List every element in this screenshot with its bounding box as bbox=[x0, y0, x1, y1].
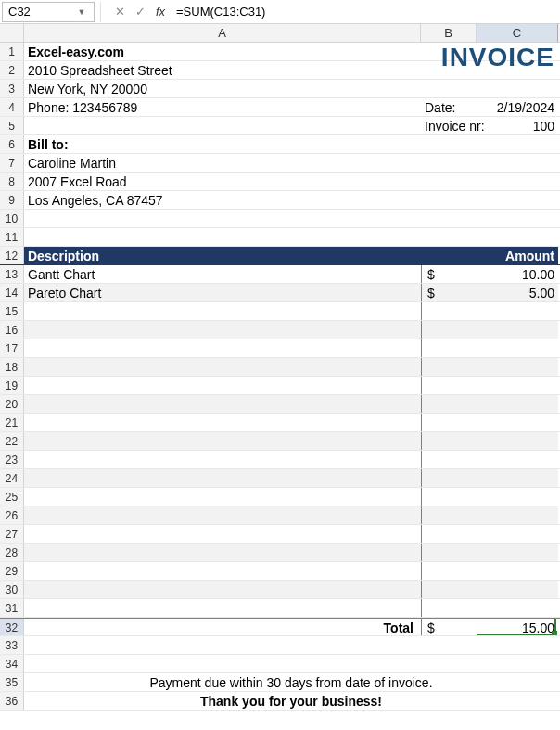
column-header-A[interactable]: A bbox=[24, 24, 421, 42]
item-description[interactable] bbox=[24, 302, 421, 320]
item-symbol-cell[interactable] bbox=[421, 562, 477, 580]
cell[interactable] bbox=[421, 655, 477, 672]
item-description[interactable] bbox=[24, 358, 421, 376]
item-amount[interactable] bbox=[477, 395, 558, 413]
row-header[interactable]: 1 bbox=[0, 43, 24, 60]
item-symbol-cell[interactable] bbox=[421, 395, 477, 413]
item-description[interactable]: Pareto Chart bbox=[24, 284, 421, 301]
footer-line1[interactable]: Payment due within 30 days from date of … bbox=[24, 673, 558, 691]
row-header[interactable]: 24 bbox=[0, 469, 24, 487]
item-description[interactable] bbox=[24, 506, 421, 524]
date-label[interactable]: Date: bbox=[421, 98, 477, 116]
item-symbol-cell[interactable] bbox=[421, 599, 477, 617]
item-symbol-cell[interactable] bbox=[421, 581, 477, 598]
footer-line2[interactable]: Thank you for your business! bbox=[24, 692, 558, 710]
row-header[interactable]: 3 bbox=[0, 80, 24, 97]
row-header[interactable]: 30 bbox=[0, 581, 24, 598]
cell[interactable] bbox=[477, 228, 558, 246]
item-description[interactable] bbox=[24, 395, 421, 413]
cell[interactable] bbox=[421, 61, 477, 79]
bill-to-label[interactable]: Bill to: bbox=[24, 135, 421, 153]
column-header-C[interactable]: C bbox=[477, 24, 558, 42]
total-label[interactable]: Total bbox=[24, 619, 421, 635]
row-header[interactable]: 18 bbox=[0, 358, 24, 376]
cell[interactable] bbox=[421, 80, 477, 97]
cell[interactable] bbox=[477, 80, 558, 97]
cancel-icon[interactable]: ✕ bbox=[109, 5, 130, 19]
item-symbol-cell[interactable] bbox=[421, 469, 477, 487]
row-header[interactable]: 4 bbox=[0, 98, 24, 116]
item-description[interactable] bbox=[24, 469, 421, 487]
item-amount[interactable]: 5.00 bbox=[477, 284, 558, 301]
cell[interactable] bbox=[24, 655, 421, 672]
name-box[interactable]: C32 ▼ bbox=[2, 2, 95, 22]
row-header[interactable]: 14 bbox=[0, 284, 24, 301]
item-description[interactable] bbox=[24, 562, 421, 580]
cell[interactable] bbox=[24, 636, 421, 654]
row-header[interactable]: 5 bbox=[0, 117, 24, 134]
item-symbol-cell[interactable] bbox=[421, 358, 477, 376]
item-description[interactable] bbox=[24, 432, 421, 450]
row-header[interactable]: 16 bbox=[0, 321, 24, 339]
bill-to-name[interactable]: Caroline Martin bbox=[24, 154, 421, 172]
item-amount[interactable] bbox=[477, 544, 558, 561]
row-header[interactable]: 34 bbox=[0, 655, 24, 672]
header-description[interactable]: Description bbox=[24, 247, 421, 264]
row-header[interactable]: 26 bbox=[0, 506, 24, 524]
row-header[interactable]: 27 bbox=[0, 525, 24, 543]
item-amount[interactable] bbox=[477, 525, 558, 543]
row-header[interactable]: 13 bbox=[0, 265, 24, 283]
total-symbol-cell[interactable]: $ bbox=[421, 619, 477, 635]
item-symbol-cell[interactable] bbox=[421, 302, 477, 320]
cell[interactable] bbox=[477, 173, 558, 190]
item-amount[interactable] bbox=[477, 581, 558, 598]
item-symbol-cell[interactable] bbox=[421, 544, 477, 561]
row-header[interactable]: 10 bbox=[0, 210, 24, 227]
company-cityzip[interactable]: New York, NY 20000 bbox=[24, 80, 421, 97]
row-header[interactable]: 15 bbox=[0, 302, 24, 320]
item-symbol-cell[interactable]: $ bbox=[421, 265, 477, 283]
item-description[interactable] bbox=[24, 451, 421, 468]
item-amount[interactable]: 10.00 bbox=[477, 265, 558, 283]
row-header[interactable]: 36 bbox=[0, 692, 24, 710]
row-header[interactable]: 33 bbox=[0, 636, 24, 654]
row-header[interactable]: 21 bbox=[0, 414, 24, 431]
row-header[interactable]: 29 bbox=[0, 562, 24, 580]
item-description[interactable] bbox=[24, 321, 421, 339]
invoice-nr-label[interactable]: Invoice nr: bbox=[421, 117, 477, 134]
row-header[interactable]: 32 bbox=[0, 619, 24, 635]
item-description[interactable] bbox=[24, 599, 421, 617]
header-amount[interactable]: Amount bbox=[477, 247, 558, 264]
item-amount[interactable] bbox=[477, 488, 558, 506]
item-amount[interactable] bbox=[477, 451, 558, 468]
item-description[interactable] bbox=[24, 414, 421, 431]
cell[interactable] bbox=[24, 228, 421, 246]
cell[interactable] bbox=[477, 154, 558, 172]
item-amount[interactable] bbox=[477, 414, 558, 431]
item-amount[interactable] bbox=[477, 506, 558, 524]
item-amount[interactable] bbox=[477, 321, 558, 339]
item-symbol-cell[interactable] bbox=[421, 414, 477, 431]
row-header[interactable]: 12 bbox=[0, 247, 24, 264]
row-header[interactable]: 22 bbox=[0, 432, 24, 450]
item-amount[interactable] bbox=[477, 302, 558, 320]
row-header[interactable]: 11 bbox=[0, 228, 24, 246]
item-amount[interactable] bbox=[477, 432, 558, 450]
invoice-nr-value[interactable]: 100 bbox=[477, 117, 558, 134]
item-amount[interactable] bbox=[477, 562, 558, 580]
item-amount[interactable] bbox=[477, 469, 558, 487]
item-description[interactable]: Gantt Chart bbox=[24, 265, 421, 283]
item-description[interactable] bbox=[24, 544, 421, 561]
bill-to-cityzip[interactable]: Los Angeles, CA 87457 bbox=[24, 191, 421, 209]
item-description[interactable] bbox=[24, 339, 421, 357]
cell[interactable] bbox=[421, 154, 477, 172]
row-header[interactable]: 28 bbox=[0, 544, 24, 561]
item-amount[interactable] bbox=[477, 358, 558, 376]
row-header[interactable]: 19 bbox=[0, 377, 24, 394]
select-all-corner[interactable] bbox=[0, 24, 24, 42]
row-header[interactable]: 6 bbox=[0, 135, 24, 153]
cell[interactable] bbox=[477, 61, 558, 79]
bill-to-street[interactable]: 2007 Excel Road bbox=[24, 173, 421, 190]
item-description[interactable] bbox=[24, 581, 421, 598]
item-description[interactable] bbox=[24, 488, 421, 506]
